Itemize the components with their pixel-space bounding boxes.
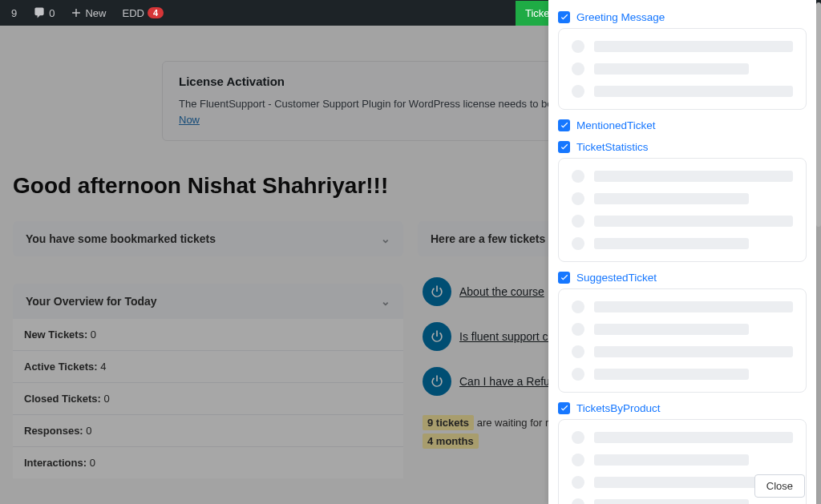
- skeleton-row: [572, 368, 793, 381]
- skeleton-avatar: [572, 237, 584, 250]
- skeleton-row: [572, 62, 793, 75]
- checkbox-checked-icon[interactable]: [558, 141, 570, 153]
- close-button[interactable]: Close: [754, 474, 805, 498]
- comments-count: 0: [49, 7, 55, 19]
- summary-module: SuggestedTicket: [558, 272, 807, 393]
- skeleton-card: [558, 28, 807, 110]
- skeleton-row: [572, 215, 793, 228]
- skeleton-bar: [594, 346, 793, 357]
- comment-icon: [33, 6, 46, 19]
- checkbox-checked-icon[interactable]: [558, 11, 570, 23]
- skeleton-card: [558, 158, 807, 262]
- skeleton-row: [572, 454, 793, 466]
- skeleton-row: [572, 323, 793, 336]
- skeleton-avatar: [572, 476, 584, 489]
- skeleton-avatar: [572, 454, 584, 466]
- skeleton-bar: [594, 454, 749, 466]
- summary-module: TicketStatistics: [558, 141, 807, 262]
- skeleton-row: [572, 170, 793, 183]
- skeleton-avatar: [572, 431, 584, 444]
- skeleton-row: [572, 498, 793, 504]
- checkbox-checked-icon[interactable]: [558, 402, 570, 414]
- skeleton-avatar: [572, 62, 584, 75]
- skeleton-bar: [594, 216, 793, 227]
- skeleton-avatar: [572, 170, 584, 183]
- skeleton-bar: [594, 499, 749, 504]
- plus-icon: [71, 7, 82, 18]
- skeleton-avatar: [572, 85, 584, 98]
- skeleton-row: [572, 40, 793, 53]
- new-item[interactable]: New: [66, 7, 111, 19]
- skeleton-avatar: [572, 215, 584, 228]
- edd-item[interactable]: EDD 4: [117, 7, 168, 19]
- skeleton-bar: [594, 301, 793, 312]
- skeleton-bar: [594, 432, 793, 443]
- skeleton-avatar: [572, 323, 584, 336]
- module-title: TicketStatistics: [576, 141, 649, 153]
- skeleton-bar: [594, 86, 793, 97]
- skeleton-bar: [594, 324, 749, 335]
- skeleton-bar: [594, 238, 749, 249]
- skeleton-bar: [594, 369, 749, 380]
- module-header[interactable]: SuggestedTicket: [558, 272, 807, 284]
- skeleton-card: [558, 288, 807, 393]
- skeleton-row: [572, 192, 793, 205]
- checkbox-checked-icon[interactable]: [558, 119, 570, 131]
- edd-label: EDD: [122, 7, 144, 19]
- module-header[interactable]: MentionedTicket: [558, 119, 807, 131]
- skeleton-bar: [594, 171, 793, 182]
- module-title: SuggestedTicket: [576, 272, 657, 284]
- comments-item[interactable]: 0: [28, 6, 59, 19]
- skeleton-avatar: [572, 345, 584, 358]
- skeleton-row: [572, 85, 793, 98]
- module-header[interactable]: Greeting Message: [558, 11, 807, 23]
- edd-badge: 4: [148, 7, 164, 18]
- summary-module: MentionedTicket: [558, 119, 807, 131]
- summary-side-panel: Greeting MessageMentionedTicketTicketSta…: [548, 0, 816, 504]
- skeleton-avatar: [572, 300, 584, 313]
- skeleton-row: [572, 345, 793, 358]
- module-title: Greeting Message: [576, 11, 665, 23]
- updates-count: 9: [11, 7, 17, 19]
- skeleton-bar: [594, 63, 749, 75]
- module-header[interactable]: TicketsByProduct: [558, 402, 807, 414]
- admin-bar-left: 9 0 New EDD 4: [6, 6, 168, 19]
- module-title: MentionedTicket: [576, 119, 656, 131]
- skeleton-avatar: [572, 192, 584, 205]
- skeleton-row: [572, 431, 793, 444]
- skeleton-row: [572, 237, 793, 250]
- skeleton-avatar: [572, 40, 584, 53]
- updates-item[interactable]: 9: [6, 7, 22, 19]
- module-header[interactable]: TicketStatistics: [558, 141, 807, 153]
- skeleton-avatar: [572, 498, 584, 504]
- summary-module: Greeting Message: [558, 11, 807, 110]
- skeleton-row: [572, 300, 793, 313]
- checkbox-checked-icon[interactable]: [558, 272, 570, 284]
- skeleton-bar: [594, 193, 749, 204]
- skeleton-bar: [594, 41, 793, 52]
- module-title: TicketsByProduct: [576, 402, 661, 414]
- new-label: New: [85, 7, 106, 19]
- skeleton-avatar: [572, 368, 584, 381]
- scrollbar[interactable]: [816, 2, 821, 227]
